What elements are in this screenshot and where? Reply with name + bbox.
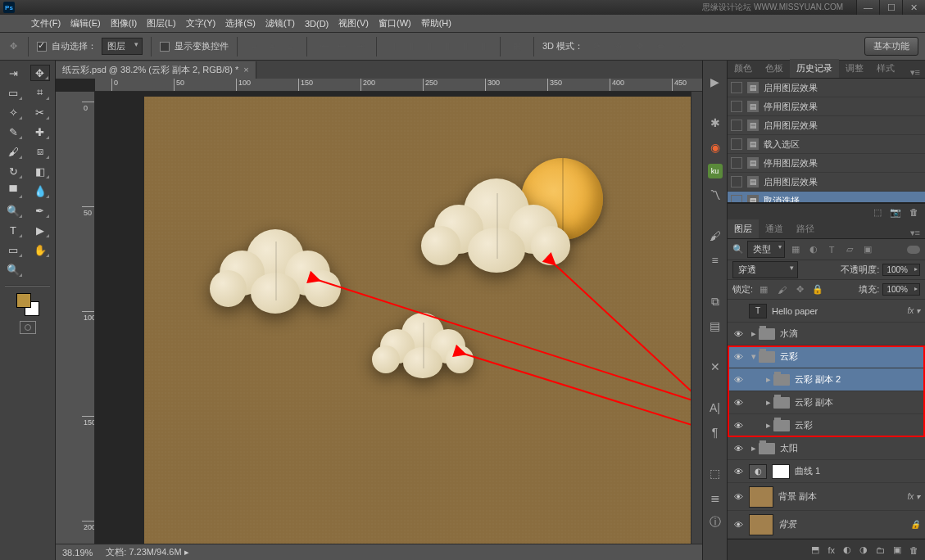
filter-type-dropdown[interactable]: 类型: [747, 241, 785, 258]
3d-slide-icon[interactable]: ⇔: [652, 38, 669, 55]
layer-mask-icon[interactable]: ◐: [843, 544, 851, 555]
history-item[interactable]: ▤载入选区: [728, 135, 925, 154]
workspace-switcher[interactable]: 基本功能: [864, 37, 918, 56]
layer-row[interactable]: 👁◐曲线 1: [728, 460, 925, 483]
minimize-button[interactable]: —: [856, 0, 879, 15]
history-brush-tool[interactable]: ↻: [3, 163, 23, 179]
dist-3-icon[interactable]: ▯: [421, 38, 438, 55]
link-layers-icon[interactable]: ⬒: [811, 544, 819, 555]
layer-row[interactable]: 👁▸云彩: [728, 414, 925, 437]
layers-icon[interactable]: ▤: [707, 318, 723, 334]
history-item[interactable]: ▤启用图层效果: [728, 173, 925, 192]
tab-layers[interactable]: 图层: [728, 219, 759, 238]
3d-scale-icon[interactable]: ⤢: [673, 38, 690, 55]
quick-mask-toggle[interactable]: [20, 321, 36, 334]
adj-layer-icon[interactable]: ◑: [859, 544, 868, 555]
visibility-icon[interactable]: 👁: [728, 352, 749, 362]
tab-close-icon[interactable]: ×: [243, 65, 248, 75]
zoom-level[interactable]: 38.19%: [62, 548, 93, 558]
lasso-tool[interactable]: ⌗: [30, 84, 50, 101]
visibility-icon[interactable]: 👁: [728, 421, 749, 431]
layer-row[interactable]: 👁▾云彩: [728, 345, 925, 368]
align-bottom-icon[interactable]: ⫨: [282, 38, 298, 55]
lock-pixels-icon[interactable]: ▦: [756, 283, 771, 296]
filter-shape-icon[interactable]: ▱: [842, 243, 857, 256]
visibility-icon[interactable]: 👁: [728, 375, 749, 385]
menu-file[interactable]: 文件(F): [26, 17, 66, 29]
color-swatches[interactable]: [16, 293, 39, 316]
visibility-icon[interactable]: 👁: [728, 398, 749, 408]
maximize-button[interactable]: ☐: [879, 0, 902, 15]
gradient-tool[interactable]: ▀: [3, 183, 23, 199]
history-item[interactable]: ▤启用图层效果: [728, 116, 925, 135]
visibility-icon[interactable]: 👁: [728, 329, 749, 339]
visibility-icon[interactable]: 👁: [728, 467, 749, 476]
pen-tool[interactable]: ✒: [30, 202, 50, 219]
dist-5-icon[interactable]: ▯: [457, 38, 474, 55]
trash-icon[interactable]: 🗑: [909, 545, 918, 555]
foreground-swatch[interactable]: [16, 293, 31, 308]
auto-select-dropdown[interactable]: 图层: [102, 38, 143, 55]
path-select-tool[interactable]: ▶: [30, 222, 50, 238]
eyedropper-tool[interactable]: ✎: [3, 124, 23, 140]
menu-help[interactable]: 帮助(H): [416, 17, 456, 29]
menu-layer[interactable]: 图层(L): [142, 17, 180, 29]
align-right-icon[interactable]: ⭲: [351, 38, 368, 55]
tab-channels[interactable]: 通道: [759, 219, 790, 238]
canvas[interactable]: [95, 92, 702, 544]
menu-window[interactable]: 窗口(W): [374, 17, 416, 29]
tab-swatches[interactable]: 色板: [759, 59, 790, 78]
layers-menu-icon[interactable]: ▾≡: [905, 228, 925, 238]
brush-panel-icon[interactable]: 🖌: [707, 228, 723, 244]
filter-toggle[interactable]: [907, 246, 920, 254]
filter-pixel-icon[interactable]: ▦: [788, 243, 803, 256]
color-wheel-icon[interactable]: ◉: [707, 139, 723, 156]
align-left-icon[interactable]: ⭰: [315, 38, 332, 55]
dist-4-icon[interactable]: ▯: [439, 38, 456, 55]
visibility-icon[interactable]: 👁: [728, 444, 749, 454]
ruler-horizontal[interactable]: 050100150200250300350400450: [95, 79, 702, 92]
filter-type-icon[interactable]: T: [824, 243, 839, 256]
3d-roll-icon[interactable]: ◎: [610, 38, 626, 55]
eraser-tool[interactable]: ◧: [30, 163, 50, 179]
marquee-tool[interactable]: ▭: [3, 84, 23, 101]
brush-tool[interactable]: 🖌: [3, 143, 23, 160]
lock-all-icon[interactable]: 🔒: [810, 283, 825, 296]
tab-adjustments[interactable]: 调整: [839, 59, 870, 78]
kuler-icon[interactable]: ku: [708, 164, 723, 178]
blend-mode-dropdown[interactable]: 穿透: [732, 261, 798, 278]
tools-preset-icon[interactable]: ✕: [707, 359, 723, 375]
magic-wand-tool[interactable]: ✧: [3, 104, 23, 120]
lock-move-icon[interactable]: ✥: [792, 283, 807, 296]
shape-tool[interactable]: ▭: [3, 242, 23, 258]
layer-row[interactable]: 👁▸云彩 副本: [728, 391, 925, 414]
history-item[interactable]: ▤启用图层效果: [728, 79, 925, 97]
clone-source-icon[interactable]: ⧉: [707, 293, 723, 309]
close-button[interactable]: ✕: [902, 0, 925, 15]
tab-paths[interactable]: 路径: [790, 219, 821, 238]
history-trash-icon[interactable]: 🗑: [909, 207, 918, 217]
align-vcenter-icon[interactable]: ⫩: [264, 38, 280, 55]
tab-styles[interactable]: 样式: [870, 59, 901, 78]
menu-3d[interactable]: 3D(D): [300, 19, 333, 29]
align-hcenter-icon[interactable]: ⭤: [333, 38, 350, 55]
history-item[interactable]: ▤取消选择: [728, 192, 925, 203]
tab-color[interactable]: 颜色: [728, 59, 759, 78]
type-tool[interactable]: T: [3, 222, 23, 238]
layer-row[interactable]: 👁▸太阳: [728, 437, 925, 460]
blur-tool[interactable]: 💧: [30, 183, 50, 199]
dodge-tool[interactable]: 🔍: [3, 202, 23, 219]
ruler-vertical[interactable]: 050100150200: [82, 92, 95, 544]
menu-type[interactable]: 文字(Y): [181, 17, 221, 29]
character-icon[interactable]: A|: [707, 400, 723, 416]
align-top-icon[interactable]: ⫧: [246, 38, 262, 55]
auto-select-checkbox[interactable]: [37, 42, 47, 52]
zoom-tool[interactable]: 🔍: [3, 261, 23, 278]
layer-row[interactable]: 👁THello paperfx ▾: [728, 300, 925, 323]
history-camera-icon[interactable]: 📷: [890, 207, 901, 218]
menu-select[interactable]: 选择(S): [220, 17, 261, 29]
lock-brush-icon[interactable]: 🖌: [774, 283, 789, 296]
paragraph-icon[interactable]: ¶: [707, 424, 723, 440]
layer-row[interactable]: 👁背景🔒: [728, 511, 925, 539]
menu-view[interactable]: 视图(V): [333, 17, 374, 29]
